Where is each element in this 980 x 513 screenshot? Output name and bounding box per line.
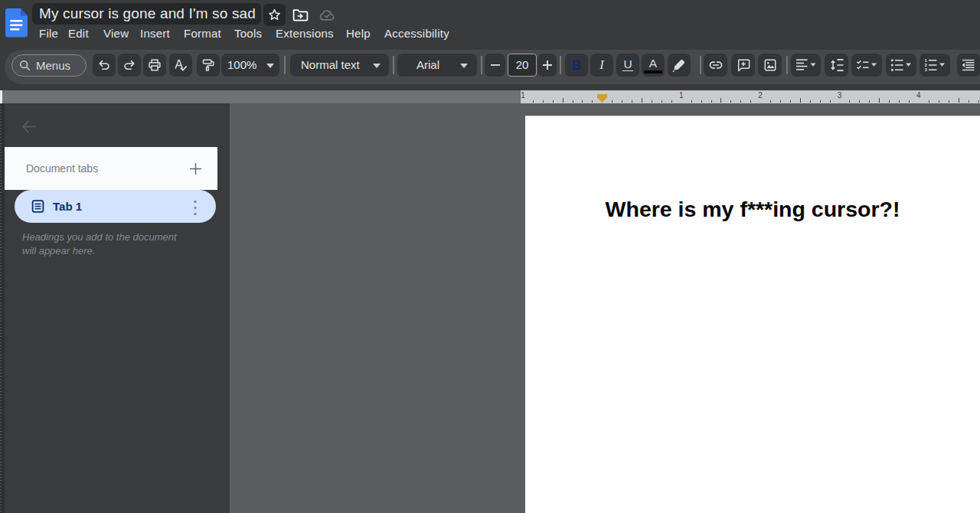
svg-text:3: 3: [925, 67, 928, 71]
